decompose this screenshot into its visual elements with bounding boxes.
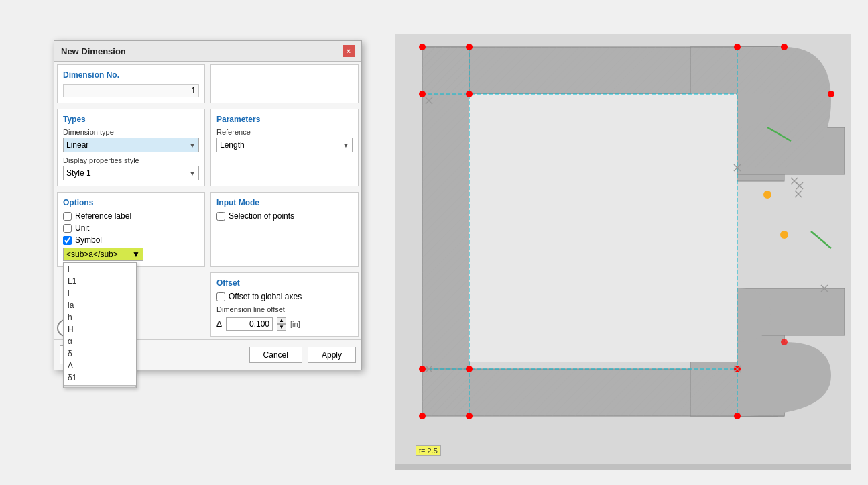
- svg-point-24: [734, 44, 741, 50]
- dimension-no-input[interactable]: [63, 84, 199, 97]
- dim-line-offset-label: Dimension line offset: [216, 305, 353, 313]
- new-dimension-dialog: New Dimension × Dimension No. Types Dime…: [54, 40, 362, 370]
- unit-checkbox[interactable]: [63, 224, 72, 233]
- offset-section: Offset Offset to global axes Dimension l…: [210, 272, 359, 337]
- offset-value-row: Δ ▲ ▼ [in]: [216, 317, 353, 331]
- svg-point-33: [781, 44, 788, 50]
- offset-global-checkbox[interactable]: [216, 292, 225, 301]
- reference-label-text: Reference label: [75, 211, 131, 221]
- svg-point-55: [763, 191, 771, 199]
- svg-point-34: [828, 91, 834, 97]
- symbol-item-H[interactable]: H: [64, 323, 136, 335]
- input-mode-label: Input Mode: [216, 198, 353, 207]
- symbol-item-h[interactable]: h: [64, 311, 136, 323]
- dimension-type-value: Linear: [66, 140, 88, 150]
- svg-point-26: [466, 91, 473, 97]
- options-section: Options Reference label Unit Symbol <sub…: [57, 192, 205, 267]
- svg-point-35: [781, 339, 788, 345]
- reference-label-checkbox[interactable]: [63, 212, 72, 221]
- svg-rect-15: [422, 47, 778, 94]
- symbol-select-button[interactable]: <sub>a</sub> ▼: [63, 248, 143, 261]
- dimension-type-select[interactable]: Linear ▼: [63, 138, 199, 152]
- dimension-no-label: Dimension No.: [63, 70, 199, 80]
- symbol-item-delta-small[interactable]: δ: [64, 347, 136, 360]
- display-props-label: Display properties style: [63, 156, 199, 164]
- svg-rect-14: [469, 94, 737, 362]
- types-label: Types: [63, 115, 199, 124]
- dimension-no-right-panel: [210, 64, 359, 103]
- offset-spinners: ▲ ▼: [277, 317, 286, 331]
- canvas-scrollbar[interactable]: [395, 464, 851, 470]
- dialog-title: New Dimension: [61, 46, 126, 56]
- reference-value: Length: [220, 140, 245, 150]
- canvas-inner: t= 2.5: [395, 34, 851, 470]
- symbol-item-L1[interactable]: L1: [64, 275, 136, 287]
- svg-point-54: [780, 231, 788, 239]
- offset-unit: [in]: [290, 320, 300, 328]
- selection-of-points-checkbox[interactable]: [216, 212, 225, 221]
- close-button[interactable]: ×: [343, 45, 355, 57]
- types-section: Types Dimension type Linear ▼ Display pr…: [57, 109, 205, 186]
- offset-global-text: Offset to global axes: [229, 292, 302, 301]
- dimension-no-section: Dimension No.: [57, 64, 205, 103]
- symbol-value: <sub>a</sub>: [66, 250, 118, 259]
- cancel-button[interactable]: Cancel: [249, 347, 302, 363]
- unit-row: Unit: [63, 223, 199, 233]
- offset-spin-down[interactable]: ▼: [277, 324, 286, 331]
- svg-rect-17: [422, 369, 778, 416]
- svg-point-25: [419, 91, 426, 97]
- delta-symbol: Δ: [216, 319, 222, 329]
- symbol-dropdown: <sub>a</sub> ▼ l L1 l la h H α δ Δ δ1: [63, 248, 199, 261]
- svg-point-23: [466, 44, 473, 50]
- dialog-body: Dimension No. Types Dimension type Linea…: [54, 62, 361, 370]
- canvas-area: t= 2.5: [395, 34, 851, 470]
- svg-point-32: [734, 413, 741, 419]
- options-label: Options: [63, 198, 199, 207]
- symbol-scrollbar[interactable]: [64, 385, 136, 388]
- offset-value-input[interactable]: [226, 317, 273, 331]
- dimension-type-label: Dimension type: [63, 128, 199, 136]
- offset-label: Offset: [216, 278, 353, 288]
- offset-spin-up[interactable]: ▲: [277, 317, 286, 324]
- symbol-item-la[interactable]: la: [64, 299, 136, 311]
- selection-of-points-row: Selection of points: [216, 211, 353, 221]
- parameters-label: Parameters: [216, 115, 353, 124]
- symbol-row: Symbol: [63, 235, 199, 245]
- symbol-item-delta1[interactable]: δ1: [64, 372, 136, 384]
- svg-point-28: [466, 366, 473, 372]
- dimension-label: t= 2.5: [416, 445, 441, 456]
- reference-select[interactable]: Length ▼: [216, 138, 353, 152]
- parameters-section: Parameters Reference Length ▼: [210, 109, 359, 186]
- display-props-value: Style 1: [66, 168, 91, 178]
- symbol-item-delta-cap[interactable]: Δ: [64, 360, 136, 372]
- symbol-item-alpha[interactable]: α: [64, 335, 136, 347]
- svg-line-53: [811, 231, 831, 248]
- symbol-item-l[interactable]: l: [64, 263, 136, 275]
- reference-label: Reference: [216, 128, 353, 136]
- display-props-select[interactable]: Style 1 ▼: [63, 166, 199, 180]
- svg-point-22: [419, 44, 426, 50]
- symbol-text: Symbol: [75, 235, 102, 245]
- svg-point-27: [419, 366, 426, 372]
- svg-point-31: [466, 413, 473, 419]
- dimension-type-arrow: ▼: [189, 142, 196, 149]
- input-mode-section: Input Mode Selection of points: [210, 192, 359, 267]
- symbol-item-l2[interactable]: l: [64, 287, 136, 299]
- unit-text: Unit: [75, 223, 89, 233]
- apply-button[interactable]: Apply: [308, 347, 356, 363]
- symbol-checkbox[interactable]: [63, 236, 72, 245]
- symbol-list: l L1 l la h H α δ Δ δ1: [63, 262, 137, 388]
- offset-global-row: Offset to global axes: [216, 292, 353, 301]
- dialog-title-bar: New Dimension ×: [54, 41, 361, 62]
- canvas-svg: [395, 34, 851, 470]
- symbol-dropdown-arrow: ▼: [132, 250, 140, 259]
- reference-label-row: Reference label: [63, 211, 199, 221]
- svg-point-30: [419, 413, 426, 419]
- display-props-arrow: ▼: [189, 170, 196, 177]
- selection-of-points-text: Selection of points: [229, 211, 294, 221]
- reference-arrow: ▼: [343, 142, 349, 149]
